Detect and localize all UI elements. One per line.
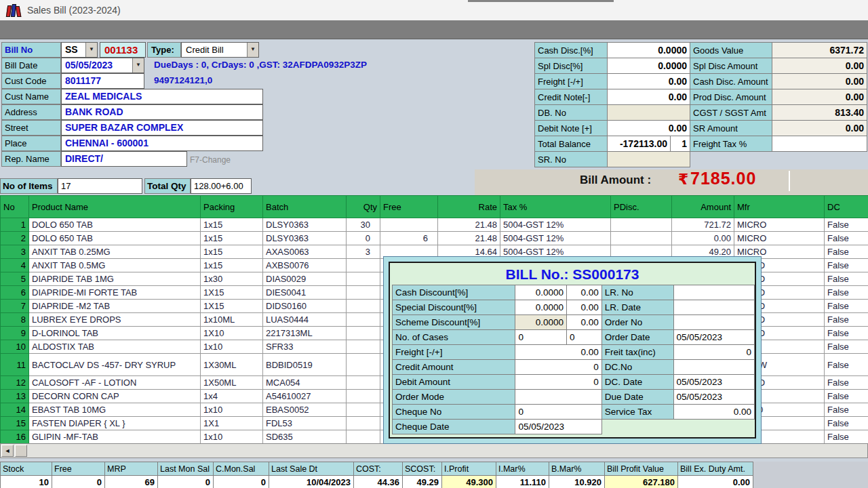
dialog-value-field[interactable]: 0 [515,360,601,375]
table-cell-batch[interactable]: LUAS0444 [263,313,347,327]
table-cell-no[interactable]: 13 [1,390,29,403]
table-cell-no[interactable]: 3 [1,245,29,259]
dialog-value-field[interactable]: 0 [515,375,601,390]
table-cell-qty[interactable] [347,376,380,390]
dialog-value-field[interactable] [673,300,754,315]
table-cell-batch[interactable]: AXBS0076 [263,259,347,272]
table-cell-name[interactable]: DIAPRIDE TAB 1MG [29,272,201,286]
table-cell-dc[interactable]: False [825,259,868,272]
table-cell-name[interactable]: DIAPRIDE -M2 TAB [29,300,201,313]
cust-code-field[interactable]: 8011177 [61,73,144,89]
table-cell-dc[interactable]: False [825,403,868,417]
table-cell-no[interactable]: 11 [1,354,29,376]
table-cell-dc[interactable]: False [825,232,868,245]
table-cell-amount[interactable]: 721.72 [672,218,734,232]
table-cell-name[interactable]: GLIPIN -MF-TAB [29,430,201,444]
table-cell-qty[interactable]: 0 [347,232,380,245]
table-cell-dc[interactable]: False [825,390,868,403]
table-cell-batch[interactable]: DLSY0363 [263,218,347,232]
table-cell-packing[interactable]: 1x10 [201,340,263,354]
summary-value-field[interactable]: -172113.00 [608,136,671,152]
dialog-value-field[interactable]: 0.00 [567,300,602,315]
chevron-down-icon[interactable]: ▼ [132,58,144,73]
dialog-value-field[interactable]: 0 [567,330,602,345]
table-cell-dc[interactable]: False [825,300,868,313]
table-cell-mfr[interactable]: MICRO [734,218,825,232]
dialog-value-field[interactable]: 05/05/2023 [673,390,754,405]
summary-value-field[interactable] [608,152,690,167]
table-cell-dc[interactable]: False [825,376,868,390]
table-cell-no[interactable]: 9 [1,327,29,340]
table-cell-packing[interactable]: 1x15 [201,245,263,259]
dialog-value-field[interactable] [673,285,754,300]
table-cell-dc[interactable]: False [825,218,868,232]
table-cell-dc[interactable]: False [825,430,868,444]
table-cell-batch[interactable]: DLSY0363 [263,232,347,245]
table-cell-no[interactable]: 6 [1,286,29,300]
table-cell-packing[interactable]: 1x15 [201,259,263,272]
chevron-down-icon[interactable]: ▼ [247,43,258,57]
table-cell-batch[interactable]: SD635 [263,430,347,444]
dialog-value-field[interactable]: 0 [515,330,567,345]
table-cell-batch[interactable]: 2217313ML [263,327,347,340]
dialog-value-field[interactable]: 05/05/2023 [515,420,601,434]
summary-value-field[interactable]: 0.0000 [608,43,690,58]
table-cell-no[interactable]: 12 [1,376,29,390]
summary-value-field[interactable] [772,136,867,152]
table-cell-batch[interactable]: DIDS0160 [263,300,347,313]
table-cell-name[interactable]: EBAST TAB 10MG [29,403,201,417]
table-cell-no[interactable]: 8 [1,313,29,327]
table-cell-name[interactable]: DOLO 650 TAB [29,232,201,245]
table-cell-no[interactable]: 15 [1,417,29,430]
street-field[interactable]: SUPER BAZAR COMPLEX [61,120,263,136]
chevron-down-icon[interactable]: ▼ [85,43,97,57]
dialog-value-field[interactable]: 0.00 [515,345,601,360]
table-cell-qty[interactable] [347,300,380,313]
table-cell-qty[interactable] [347,430,380,444]
dialog-value-field[interactable] [515,390,601,405]
dialog-value-field[interactable]: 0.0000 [515,285,567,300]
table-cell-qty[interactable]: 30 [347,218,380,232]
table-cell-name[interactable]: ALDOSTIX TAB [29,340,201,354]
dialog-value-field[interactable]: 0.00 [673,405,754,420]
bill-date-picker[interactable]: 05/05/2023 ▼ [61,58,144,73]
table-cell-free[interactable] [380,218,438,232]
table-cell-dc[interactable]: False [825,354,868,376]
table-cell-batch[interactable]: EBAS0052 [263,403,347,417]
bill-number-field[interactable]: 001133 [100,42,146,58]
table-cell-no[interactable]: 5 [1,272,29,286]
table-cell-no[interactable]: 7 [1,300,29,313]
table-cell-dc[interactable]: False [825,272,868,286]
table-cell-batch[interactable]: AXAS0063 [263,245,347,259]
table-cell-qty[interactable] [347,340,380,354]
table-cell-packing[interactable]: 1x15 [201,232,263,245]
table-cell-qty[interactable]: 3 [347,245,380,259]
dialog-value-field[interactable]: 0.00 [567,285,602,300]
summary-value-field[interactable] [608,105,690,121]
table-cell-dc[interactable]: False [825,340,868,354]
table-cell-qty[interactable] [347,354,380,376]
table-cell-name[interactable]: FASTEN DIAPER { XL } [29,417,201,430]
table-cell-tax[interactable]: 5004-GST 12% [500,218,611,232]
scroll-left-icon[interactable]: ◄ [1,445,14,457]
table-cell-qty[interactable] [347,286,380,300]
dialog-value-field[interactable]: 05/05/2023 [673,330,754,345]
table-cell-name[interactable]: ANXIT TAB 0.5MG [29,259,201,272]
table-cell-packing[interactable]: 1x15 [201,218,263,232]
dialog-value-field[interactable]: 0.0000 [515,315,567,330]
table-cell-packing[interactable]: 1x10 [201,430,263,444]
table-cell-packing[interactable]: 1x4 [201,390,263,403]
table-cell-name[interactable]: DIAPRIDE-MI FORTE TAB [29,286,201,300]
table-cell-name[interactable]: DECORN CORN CAP [29,390,201,403]
table-cell-free[interactable]: 6 [380,232,438,245]
table-cell-qty[interactable] [347,403,380,417]
table-cell-dc[interactable]: False [825,245,868,259]
table-cell-batch[interactable]: DIES0041 [263,286,347,300]
table-cell-qty[interactable] [347,417,380,430]
table-cell-name[interactable]: DOLO 650 TAB [29,218,201,232]
table-cell-packing[interactable]: 1X15 [201,286,263,300]
dialog-value-field[interactable] [673,315,754,330]
table-cell-qty[interactable] [347,259,380,272]
table-cell-packing[interactable]: 1x30 [201,272,263,286]
table-cell-batch[interactable]: FDL53 [263,417,347,430]
